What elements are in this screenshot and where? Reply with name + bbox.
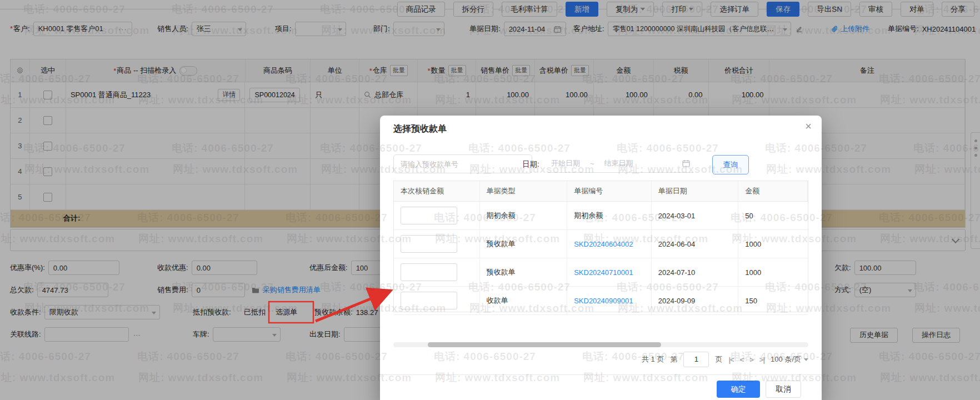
prepay-table-body: 期初余额期初余额2024-03-0150预收款单SKD2024060400220… — [394, 202, 808, 315]
modal-footer-divider — [380, 374, 822, 375]
last-page-icon[interactable]: >| — [759, 356, 764, 364]
writeoff-amount-input[interactable] — [401, 207, 457, 224]
date-range-label: 日期: — [522, 159, 539, 169]
cell-writeoff-amount — [394, 202, 480, 229]
date-start-placeholder: 开始日期 — [551, 158, 580, 168]
cell-amount: 1000 — [738, 258, 808, 286]
prepay-row[interactable]: 预收款单SKD202406040022024-06-041000 — [394, 230, 808, 258]
cell-amount: 150 — [738, 287, 808, 314]
page-size-select[interactable]: 100 条/页 — [771, 354, 801, 364]
page-size-value: 100 条/页 — [771, 355, 801, 363]
prepay-col-header: 单据编号 — [567, 181, 652, 201]
writeoff-amount-input[interactable] — [401, 263, 457, 281]
query-button[interactable]: 查询 — [712, 155, 749, 174]
caret-down-icon — [804, 358, 808, 361]
prepay-col-header: 单据类型 — [480, 181, 568, 201]
cell-bill-no: SKD20240710001 — [567, 258, 652, 286]
cell-bill-date: 2024-07-10 — [652, 258, 739, 286]
date-range-picker[interactable]: 开始日期 ~ 结束日期 — [548, 154, 693, 173]
next-page-icon[interactable]: > — [749, 356, 753, 364]
cell-bill-type: 预收款单 — [480, 230, 568, 258]
first-page-icon[interactable]: |< — [728, 356, 733, 364]
writeoff-amount-input[interactable] — [401, 292, 457, 309]
cancel-button[interactable]: 取消 — [766, 381, 801, 398]
calendar-icon — [682, 159, 690, 167]
cell-bill-type: 收款单 — [480, 287, 568, 314]
cell-bill-date: 2024-09-09 — [652, 287, 739, 314]
sales-order-page: { "toolbar": { "buttons": [ {"label": "商… — [0, 0, 980, 400]
cell-writeoff-amount — [394, 230, 480, 258]
prepay-table: 本次核销金额单据类型单据编号单据日期金额 期初余额期初余额2024-03-015… — [393, 181, 808, 312]
horizontal-scrollbar[interactable] — [393, 342, 808, 347]
date-separator: ~ — [590, 159, 594, 168]
cell-bill-type: 预收款单 — [480, 258, 568, 286]
cell-writeoff-amount — [394, 287, 480, 314]
page-total-text: 共 1 页 — [642, 354, 664, 364]
cell-bill-type: 期初余额 — [480, 202, 568, 229]
close-icon[interactable]: × — [805, 120, 812, 133]
date-end-placeholder: 结束日期 — [604, 158, 633, 168]
cell-bill-no: SKD20240604002 — [567, 230, 652, 258]
cell-bill-no: SKD20240909001 — [567, 287, 652, 314]
prepay-col-header: 金额 — [738, 181, 808, 201]
prepay-col-header: 单据日期 — [652, 181, 739, 201]
page-number-input[interactable]: 1 — [683, 352, 709, 367]
modal-title: 选择预收款单 — [393, 123, 447, 135]
prev-page-icon[interactable]: < — [740, 356, 744, 364]
prepay-row[interactable]: 预收款单SKD202407100012024-07-101000 — [394, 258, 808, 287]
confirm-button[interactable]: 确定 — [717, 381, 760, 398]
select-prepay-modal: 选择预收款单 × 日期: 开始日期 ~ 结束日期 查询 本次核销金额单据类型单据… — [380, 116, 822, 400]
cell-amount: 50 — [738, 202, 808, 229]
prepay-col-header: 本次核销金额 — [394, 181, 480, 201]
prepay-row[interactable]: 收款单SKD202409090012024-09-09150 — [394, 287, 808, 315]
cell-bill-date: 2024-03-01 — [652, 202, 739, 229]
cell-bill-date: 2024-06-04 — [652, 230, 739, 258]
cell-bill-no: 期初余额 — [567, 202, 652, 229]
bill-no-text: 期初余额 — [574, 211, 603, 221]
prepay-table-header: 本次核销金额单据类型单据编号单据日期金额 — [394, 181, 808, 202]
prepay-row[interactable]: 期初余额期初余额2024-03-0150 — [394, 202, 808, 230]
cell-amount: 1000 — [738, 230, 808, 258]
bill-no-link[interactable]: SKD20240604002 — [574, 240, 633, 248]
page-prefix: 第 — [670, 354, 677, 364]
scrollbar-thumb[interactable] — [428, 342, 661, 347]
page-suffix: 页 — [715, 354, 722, 364]
writeoff-amount-input[interactable] — [401, 235, 457, 253]
prepay-no-search-input[interactable] — [393, 154, 532, 173]
bill-no-link[interactable]: SKD20240909001 — [574, 297, 633, 305]
bill-no-link[interactable]: SKD20240710001 — [574, 268, 633, 277]
pagination: 共 1 页 第 1 页 |< < > >| 100 条/页 — [642, 351, 808, 368]
cell-writeoff-amount — [394, 258, 480, 286]
